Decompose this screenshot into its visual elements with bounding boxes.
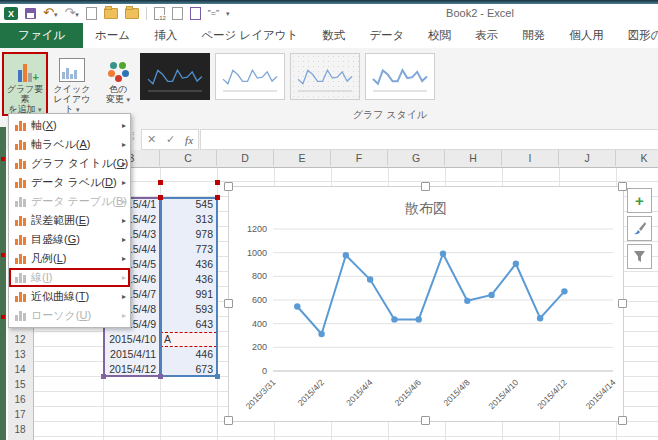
chart-element-icon xyxy=(9,311,31,321)
chart[interactable]: 散布図0200400600800100012002015/3/312015/4/… xyxy=(228,186,624,422)
tab-2[interactable]: 挿入 xyxy=(142,23,189,48)
tab-3[interactable]: ページ レイアウト xyxy=(189,23,310,48)
row-header-12[interactable]: 12 xyxy=(8,332,32,347)
chart-style-thumbnail-4[interactable] xyxy=(365,53,435,100)
column-header-I[interactable]: I xyxy=(502,150,559,166)
tab-9[interactable]: 個人用 xyxy=(557,23,616,48)
quick-layout-button[interactable]: クイック レイアウト ▾ xyxy=(50,53,94,115)
add-chart-element-icon: + xyxy=(18,56,32,82)
titlebar: X ↶▾ ↷▾ 12 ‟=” ▾ Book2 - Excel xyxy=(0,4,658,23)
chart-plot-svg: 散布図0200400600800100012002015/3/312015/4/… xyxy=(229,187,623,421)
row-header-13[interactable]: 13 xyxy=(8,347,32,362)
value-cell-2015/4/6[interactable]: 436 xyxy=(160,272,217,287)
range-handle-6[interactable] xyxy=(215,180,220,185)
chart-element-icon xyxy=(9,235,31,245)
column-header-C[interactable]: C xyxy=(160,150,217,166)
menu-item-label: 軸ラベル(A) xyxy=(31,137,90,152)
menu-item-E[interactable]: 誤差範囲(E)▸ xyxy=(9,211,130,230)
quick-layout-icon xyxy=(59,56,85,82)
chart-style-thumbnail-3[interactable] xyxy=(290,53,360,100)
column-header-D[interactable]: D xyxy=(217,150,274,166)
insert-function-icon[interactable]: fx xyxy=(185,134,193,146)
value-cell-2015/4/7[interactable]: 991 xyxy=(160,287,217,302)
chart-elements-button[interactable]: + xyxy=(627,188,652,213)
column-header-H[interactable]: H xyxy=(445,150,502,166)
change-colors-button[interactable]: 色の 変更 ▾ xyxy=(96,53,140,115)
chart-handle-4[interactable] xyxy=(618,299,627,308)
column-header-E[interactable]: E xyxy=(274,150,331,166)
tab-5[interactable]: データ xyxy=(357,23,416,48)
range-handle-5[interactable] xyxy=(158,180,163,185)
value-cell-2015/4/5[interactable]: 436 xyxy=(160,257,217,272)
chart-element-icon xyxy=(9,140,31,150)
tab-4[interactable]: 数式 xyxy=(310,23,357,48)
value-cell-2015/4/12[interactable]: 673 xyxy=(160,362,217,377)
menu-item-L[interactable]: 凡例(L)▸ xyxy=(9,249,130,268)
series-name-cell[interactable]: A xyxy=(160,332,217,347)
tab-10[interactable]: 図形の操作 xyxy=(616,23,658,48)
quick-layout-label2: レイアウト ▾ xyxy=(50,94,94,115)
formula-bar-grip[interactable]: ⁞ xyxy=(132,131,135,142)
cancel-icon[interactable]: ✕ xyxy=(147,133,156,146)
chart-handle-5[interactable] xyxy=(224,416,233,425)
chart-handle-3[interactable] xyxy=(224,299,233,308)
column-header-J[interactable]: J xyxy=(559,150,616,166)
chart-style-thumbnail-1[interactable] xyxy=(140,53,210,100)
menu-item-X[interactable]: 軸(X)▸ xyxy=(9,116,130,135)
menu-item-U[interactable]: ローソク(U)▸ xyxy=(9,306,130,325)
chart-element-icon xyxy=(9,292,31,302)
menu-item-A[interactable]: 軸ラベル(A)▸ xyxy=(9,135,130,154)
submenu-arrow-icon: ▸ xyxy=(122,159,126,168)
menu-item-I[interactable]: 線(I)▸ xyxy=(9,268,130,287)
tab-8[interactable]: 開発 xyxy=(510,23,557,48)
date-cell-2015/4/12[interactable]: 2015/4/12 xyxy=(103,362,160,377)
menu-item-T[interactable]: 近似曲線(T)▸ xyxy=(9,287,130,306)
tab-1[interactable]: ホーム xyxy=(83,23,142,48)
range-handle-8[interactable] xyxy=(215,195,220,200)
chart-style-thumbnail-2[interactable] xyxy=(215,53,285,100)
chart-filter-button[interactable] xyxy=(627,244,652,269)
tab-file[interactable]: ファイル xyxy=(0,23,83,48)
row-header-18[interactable]: 18 xyxy=(8,422,32,437)
value-cell-2015/4/8[interactable]: 593 xyxy=(160,302,217,317)
chart-handle-0[interactable] xyxy=(224,182,233,191)
date-cell-2015/4/10[interactable]: 2015/4/10 xyxy=(103,332,160,347)
range-handle-2[interactable] xyxy=(101,374,106,379)
value-cell-2015/4/11[interactable]: 446 xyxy=(160,347,217,362)
submenu-arrow-icon: ▸ xyxy=(122,216,126,225)
chart-handle-2[interactable] xyxy=(618,182,627,191)
value-cell-2015/4/3[interactable]: 978 xyxy=(160,227,217,242)
row-header-17[interactable]: 17 xyxy=(8,407,32,422)
range-handle-4[interactable] xyxy=(215,374,220,379)
add-chart-element-button[interactable]: + グラフ要素 を追加 ▾ xyxy=(3,53,47,115)
value-cell-2015/4/2[interactable]: 313 xyxy=(160,212,217,227)
row-header-16[interactable]: 16 xyxy=(8,392,32,407)
chart-handle-1[interactable] xyxy=(421,182,430,191)
menu-item-C[interactable]: グラフ タイトル(C)▸ xyxy=(9,154,130,173)
menu-item-B[interactable]: データ テーブル(B)▸ xyxy=(9,192,130,211)
row-header-14[interactable]: 14 xyxy=(8,362,32,377)
chart-handle-7[interactable] xyxy=(618,416,627,425)
date-cell-2015/4/11[interactable]: 2015/4/11 xyxy=(103,347,160,362)
value-cell-2015/4/1[interactable]: 545 xyxy=(160,197,217,212)
menu-item-G[interactable]: 目盛線(G)▸ xyxy=(9,230,130,249)
row-header-15[interactable]: 15 xyxy=(8,377,32,392)
chart-style-button[interactable] xyxy=(627,216,652,241)
chart-handle-6[interactable] xyxy=(421,416,430,425)
column-header-F[interactable]: F xyxy=(331,150,388,166)
enter-icon[interactable]: ✓ xyxy=(166,133,175,146)
tab-7[interactable]: 表示 xyxy=(463,23,510,48)
left-edge-strip xyxy=(0,127,6,440)
menu-item-D[interactable]: データ ラベル(D)▸ xyxy=(9,173,130,192)
submenu-arrow-icon: ▸ xyxy=(122,254,126,263)
tab-6[interactable]: 校閲 xyxy=(416,23,463,48)
value-cell-2015/4/9[interactable]: 643 xyxy=(160,317,217,332)
value-cell-2015/4/4[interactable]: 773 xyxy=(160,242,217,257)
formula-input[interactable] xyxy=(200,129,658,150)
range-handle-3[interactable] xyxy=(158,374,163,379)
column-header-K[interactable]: K xyxy=(616,150,658,166)
range-handle-7[interactable] xyxy=(158,195,163,200)
svg-text:2015/4/6: 2015/4/6 xyxy=(393,377,424,408)
svg-text:散布図: 散布図 xyxy=(404,200,447,216)
column-header-G[interactable]: G xyxy=(388,150,445,166)
